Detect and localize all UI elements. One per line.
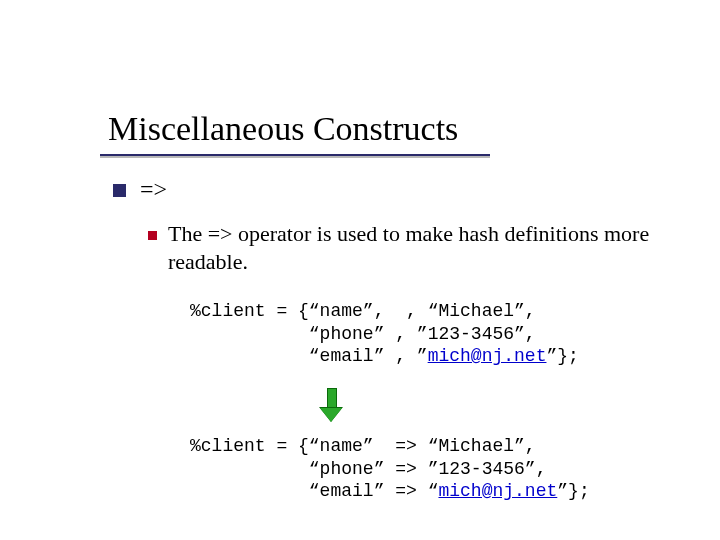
- code-line: “phone” => ”123-3456”,: [190, 459, 546, 479]
- code-line-prefix: “email” , ”: [190, 346, 428, 366]
- email-link[interactable]: mich@nj.net: [438, 481, 557, 501]
- bullet-level2-text: The => operator is used to make hash def…: [168, 220, 670, 275]
- slide: Miscellaneous Constructs => The => opera…: [0, 0, 720, 540]
- code-line-suffix: ”};: [546, 346, 578, 366]
- email-link[interactable]: mich@nj.net: [428, 346, 547, 366]
- bullet-level1-text: =>: [140, 176, 167, 203]
- code-line-suffix: ”};: [557, 481, 589, 501]
- bullet-level2-icon: [148, 231, 157, 240]
- code-block-before: %client = {“name”, , “Michael”, “phone” …: [190, 300, 579, 368]
- code-line-prefix: “email” => “: [190, 481, 438, 501]
- arrow-down-icon: [320, 388, 342, 424]
- bullet-level1-icon: [113, 184, 126, 197]
- slide-title: Miscellaneous Constructs: [108, 110, 458, 148]
- code-line: %client = {“name” => “Michael”,: [190, 436, 536, 456]
- code-line: %client = {“name”, , “Michael”,: [190, 301, 536, 321]
- code-line: “phone” , ”123-3456”,: [190, 324, 536, 344]
- title-underline-shadow: [100, 156, 490, 158]
- code-block-after: %client = {“name” => “Michael”, “phone” …: [190, 435, 590, 503]
